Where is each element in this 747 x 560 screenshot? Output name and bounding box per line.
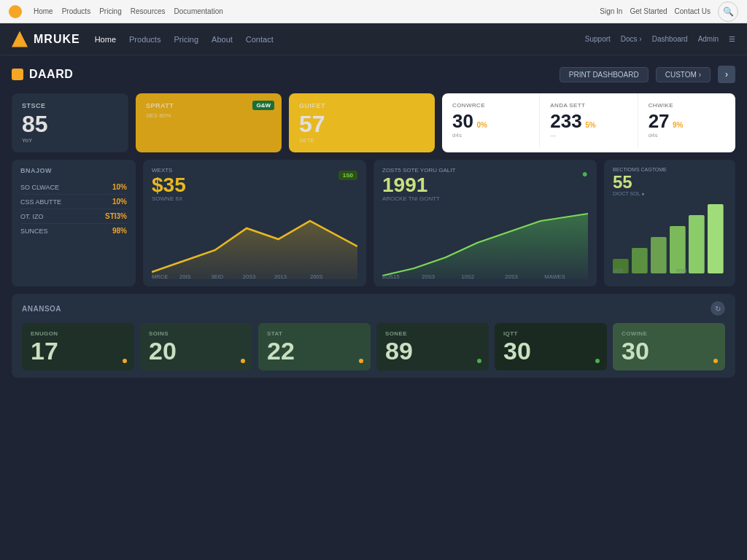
chart2-dot: ● <box>582 168 588 179</box>
guifet-value: 57 <box>299 112 425 136</box>
chart2-label: ZOST5 SOTE YORU GALIT <box>382 167 455 174</box>
mainnav-dashboard[interactable]: Dashboard <box>652 35 688 43</box>
print-dashboard-button[interactable]: PRINT DASHBOARD <box>560 67 649 82</box>
topnav-link-pricing[interactable]: Pricing <box>99 7 122 15</box>
mainnav-pricing[interactable]: Pricing <box>174 35 198 44</box>
brand: MRUKE <box>12 31 80 47</box>
chart2-header: ZOST5 SOTE YORU GALIT 1991 AROCKE TNI GO… <box>382 167 588 202</box>
topnav-contact[interactable]: Contact Us <box>675 7 711 15</box>
search-button[interactable]: 🔍 <box>718 1 738 22</box>
metric-anda: ANDA SETT 233 5% --- <box>540 93 638 147</box>
dashboard-title: DAARD <box>12 68 73 81</box>
bc-value-0: 17 <box>31 338 125 363</box>
chart1-right: 1S0 <box>338 167 357 180</box>
bottom-card-3: SONEE 89 <box>376 323 489 370</box>
list-item-4: SUNCES 98% <box>20 224 127 238</box>
svg-text:3EID: 3EID <box>211 273 223 279</box>
chart1-value: $35 <box>152 175 186 195</box>
spratt-sub: SES 80% <box>146 112 271 119</box>
anda-sub: --- <box>550 132 627 139</box>
li-name-4: SUNCES <box>20 228 48 235</box>
mainnav-contact[interactable]: Contact <box>246 35 274 44</box>
list-item-1: SO CLWACE 10% <box>20 180 127 195</box>
menu-icon[interactable]: ☰ <box>729 35 735 43</box>
bc-dot-0 <box>123 359 127 363</box>
bc-dot-5 <box>713 359 718 363</box>
chart3-label: BECTIOMS CAGTOME <box>613 167 667 172</box>
bottom-title: ANANSOA <box>22 305 61 313</box>
chart2-right: ● <box>582 167 588 180</box>
svg-rect-15 <box>651 237 667 273</box>
bc-value-3: 89 <box>385 338 480 363</box>
mainnav-home[interactable]: Home <box>95 35 116 44</box>
svg-text:20IS: 20IS <box>179 273 191 279</box>
chart3-value: 55 <box>613 174 667 191</box>
svg-text:20S3: 20S3 <box>243 273 256 279</box>
metric-conwrce: CONWRCE 30 0% d4s <box>442 93 540 147</box>
bc-label-5: COWINE <box>622 330 716 337</box>
mainnav-docs[interactable]: Docs › <box>621 35 642 43</box>
bc-label-3: SONEE <box>385 330 480 337</box>
guifet-label: GUIFET <box>299 102 425 109</box>
mainnav-products[interactable]: Products <box>129 35 160 44</box>
middle-row: BNAJOW SO CLWACE 10% CSS ABUTTE 10% OT. … <box>12 160 735 287</box>
li-val-2: 10% <box>112 198 127 206</box>
topnav-link-home[interactable]: Home <box>34 7 53 15</box>
top-nav: Home Products Pricing Resources Document… <box>0 0 747 23</box>
dashboard-header: DAARD PRINT DASHBOARD CUSTOM › › <box>12 66 735 83</box>
bc-dot-3 <box>477 359 481 363</box>
dashboard-actions: PRINT DASHBOARD CUSTOM › › <box>560 66 735 83</box>
spratt-badge: G&W <box>252 101 274 110</box>
bc-label-0: ENUGON <box>31 330 125 337</box>
conwrce-sub: d4s <box>452 132 529 139</box>
topnav-getstarted[interactable]: Get Started <box>630 7 667 15</box>
svg-text:MRCE: MRCE <box>152 273 168 279</box>
bc-label-2: STAT <box>267 330 362 337</box>
guifet-sub: SETE <box>299 137 425 144</box>
main-nav-links: Home Products Pricing About Contact <box>95 35 570 44</box>
bottom-header: ANANSOA ↻ <box>22 301 725 316</box>
bc-label-1: SOINS <box>149 330 244 337</box>
stat-card-spratt: SPRATT SES 80% G&W <box>136 93 282 152</box>
li-val-4: 98% <box>112 227 127 235</box>
svg-marker-7 <box>382 214 588 279</box>
bc-value-4: 30 <box>503 338 598 363</box>
mainnav-support[interactable]: Support <box>585 35 611 43</box>
topnav-link-products[interactable]: Products <box>62 7 90 15</box>
chart3-sub: DIOCT SOL ● <box>613 191 667 196</box>
top-nav-right: Sign In Get Started Contact Us 🔍 <box>600 1 738 22</box>
chart1-label: WEXTS <box>152 167 186 174</box>
chart-card-3: BECTIOMS CAGTOME 55 DIOCT SOL ● S025 TO2… <box>604 160 735 287</box>
chart2-value: 1991 <box>382 175 455 195</box>
li-val-3: STI3% <box>105 212 127 220</box>
mainnav-about[interactable]: About <box>212 35 233 44</box>
conwrce-label: CONWRCE <box>452 102 529 109</box>
chart3-svg: S025 TO25 <box>613 201 727 273</box>
bc-value-1: 20 <box>149 338 244 363</box>
conwrce-value: 30 <box>452 110 473 132</box>
bottom-card-4: IQTT 30 <box>495 323 607 370</box>
bottom-grid: ENUGON 17 SOINS 20 STAT 22 SONEE 89 IQTT <box>22 323 725 370</box>
refresh-button[interactable]: ↻ <box>711 301 725 316</box>
bc-dot-4 <box>595 359 600 363</box>
svg-rect-14 <box>632 248 648 273</box>
top-nav-links: Home Products Pricing Resources Document… <box>34 7 588 15</box>
next-arrow-button[interactable]: › <box>718 66 735 83</box>
chart2-svg: 2OS15 20S3 10S2 20S3 MAWES <box>382 206 588 279</box>
topnav-signin[interactable]: Sign In <box>600 7 622 15</box>
white-metrics: CONWRCE 30 0% d4s ANDA SETT 233 5% --- C… <box>442 93 735 147</box>
svg-text:20S3: 20S3 <box>422 273 435 279</box>
list-item-2: CSS ABUTTE 10% <box>20 195 127 209</box>
bc-value-2: 22 <box>267 338 362 363</box>
mainnav-admin[interactable]: Admin <box>698 35 719 43</box>
topnav-link-docs[interactable]: Documentation <box>174 7 223 15</box>
topnav-link-resources[interactable]: Resources <box>131 7 166 15</box>
bc-dot-1 <box>241 359 245 363</box>
li-val-1: 10% <box>112 183 127 191</box>
list-item-3: OT. IZO STI3% <box>20 209 127 224</box>
custom-button[interactable]: CUSTOM › <box>656 67 711 82</box>
bottom-card-2: STAT 22 <box>258 323 371 370</box>
bc-dot-2 <box>359 359 363 363</box>
content-area: DAARD PRINT DASHBOARD CUSTOM › › STSCE 8… <box>0 55 747 560</box>
anda-pct: 5% <box>585 121 595 129</box>
